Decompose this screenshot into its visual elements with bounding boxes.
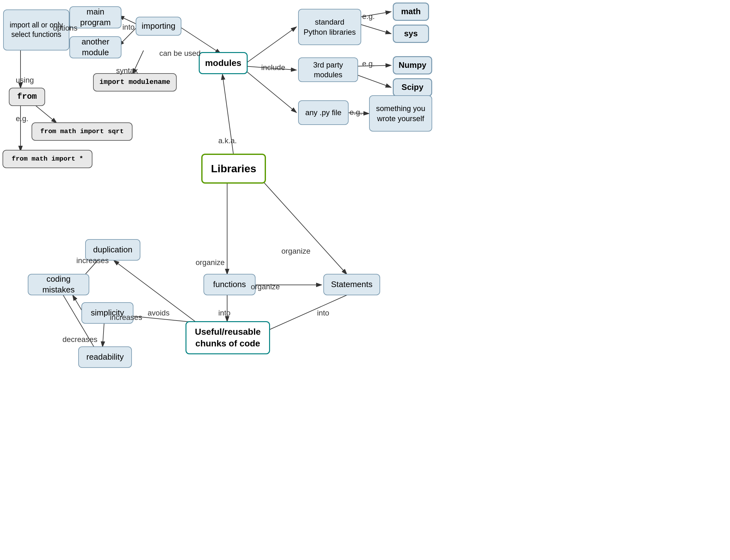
svg-line-21 [259, 177, 347, 274]
avoids-label: avoids [148, 309, 169, 317]
include-label: include [261, 63, 285, 72]
eg1-label: e.g. [16, 114, 28, 123]
increases1-label: increases [76, 256, 109, 265]
increases2-label: increases [110, 313, 142, 322]
eg-third-label: e.g. [362, 59, 375, 68]
into2-label: into [218, 309, 231, 317]
third-party-node: 3rd party modules [298, 57, 358, 82]
another-module-node: another module [69, 36, 121, 58]
libraries-node: Libraries [201, 154, 266, 184]
into-label: into [122, 23, 135, 32]
svg-line-28 [73, 295, 82, 311]
organize1-label: organize [196, 258, 225, 267]
from-node: from [9, 88, 45, 106]
numpy-node: Numpy [393, 56, 432, 74]
eg-standard-label: e.g. [362, 12, 375, 21]
svg-line-24 [259, 295, 347, 334]
functions-node: functions [203, 274, 256, 295]
into3-label: into [317, 309, 329, 317]
importing-node: importing [136, 17, 181, 36]
from-math-star-node: from math import * [3, 150, 92, 168]
standard-python-node: standard Python libraries [298, 9, 361, 45]
svg-line-17 [355, 74, 391, 87]
organize3-label: organize [251, 282, 280, 291]
any-py-node: any .py file [298, 100, 349, 125]
using-label: using [16, 76, 34, 85]
decreases-label: decreases [62, 335, 97, 344]
svg-line-29 [103, 323, 104, 347]
eg-any-label: e.g. [350, 108, 362, 117]
something-yourself-node: something you wrote yourself [369, 95, 432, 132]
svg-line-15 [358, 24, 391, 34]
readability-node: readability [78, 346, 132, 368]
aka-label: a.k.a. [218, 136, 237, 145]
can-be-used-label: can be used [159, 49, 201, 58]
organize2-label: organize [281, 247, 310, 256]
options-label: options [53, 24, 77, 32]
import-modulename-node: import modulename [93, 73, 177, 91]
statements-node: Statements [323, 274, 380, 295]
from-math-sqrt-node: from math import sqrt [32, 122, 132, 141]
sys-node: sys [393, 25, 429, 43]
coding-mistakes-node: coding mistakes [28, 274, 89, 295]
modules-node: modules [199, 52, 248, 74]
useful-chunks-node: Useful/reusable chunks of code [185, 321, 270, 354]
math-node: math [393, 3, 429, 21]
scipy-node: Scipy [393, 78, 432, 97]
syntax-label: syntax [116, 66, 138, 75]
svg-line-11 [246, 27, 297, 63]
svg-line-13 [246, 71, 297, 113]
